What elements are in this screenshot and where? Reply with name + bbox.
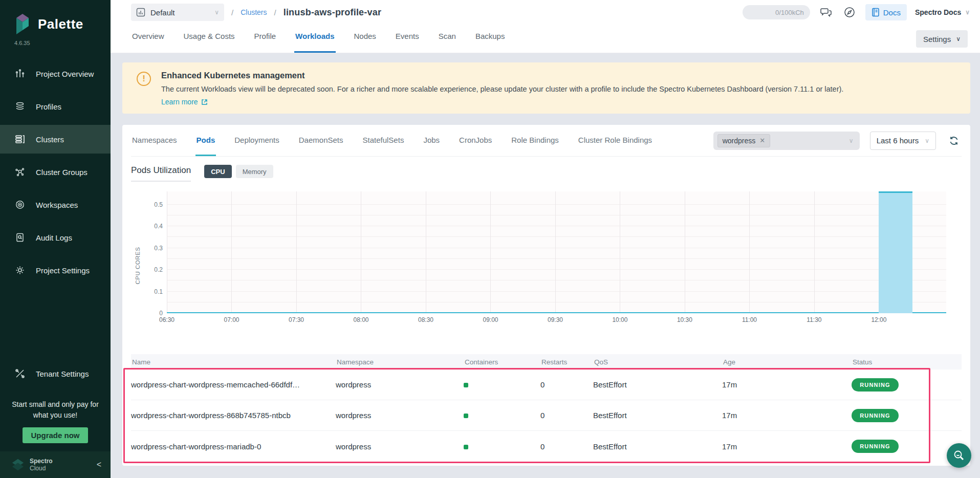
sidebar-item-project-settings[interactable]: Project Settings: [0, 256, 111, 285]
sidebar-item-project-overview[interactable]: Project Overview: [0, 59, 111, 88]
h-gridline: [167, 291, 946, 292]
tools-icon: [14, 368, 26, 379]
table-header-row: NameNamespaceContainersRestartsQoSAgeSta…: [131, 354, 962, 370]
subtab-jobs[interactable]: Jobs: [422, 125, 441, 156]
book-icon: [872, 8, 880, 17]
v-gridline: [231, 191, 232, 313]
sidebar-item-cluster-groups[interactable]: Cluster Groups: [0, 158, 111, 186]
table-row[interactable]: wordpress-chart-wordpress-memcached-66df…: [131, 370, 962, 400]
y-axis-title: CPU CORES: [131, 191, 144, 340]
tab-overview[interactable]: Overview: [131, 25, 165, 53]
sidebar-item-label: Profiles: [36, 102, 61, 111]
v-gridline: [685, 191, 685, 313]
chevron-down-icon: ∨: [849, 137, 854, 144]
subtab-deployments[interactable]: Deployments: [233, 125, 280, 156]
help-search-fab[interactable]: [947, 443, 971, 468]
subtab-daemonsets[interactable]: DaemonSets: [298, 125, 344, 156]
table-rows: wordpress-chart-wordpress-memcached-66df…: [131, 370, 962, 462]
breadcrumb-clusters-link[interactable]: Clusters: [241, 8, 267, 16]
x-tick-label: 10:30: [677, 316, 692, 323]
pods-table: NameNamespaceContainersRestartsQoSAgeSta…: [131, 354, 962, 462]
subtab-cronjobs[interactable]: CronJobs: [458, 125, 493, 156]
breadcrumb-separator: /: [274, 8, 276, 17]
sidebar-item-profiles[interactable]: Profiles: [0, 92, 111, 121]
sidebar-item-tenant-settings[interactable]: Tenant Settings: [0, 359, 111, 388]
subtab-role-bindings[interactable]: Role Bindings: [510, 125, 560, 156]
x-tick-label: 08:00: [353, 316, 368, 323]
sidebar-item-label: Project Settings: [36, 266, 90, 275]
pod-name-cell: wordpress-chart-wordpress-mariadb-0: [131, 442, 336, 451]
status-badge: RUNNING: [852, 440, 899, 453]
settings-button-label: Settings: [923, 35, 951, 44]
chat-icon[interactable]: [818, 5, 834, 20]
sidebar-item-audit-logs[interactable]: Audit Logs: [0, 223, 111, 252]
y-tick-label: 0.3: [154, 245, 163, 252]
subtab-pods[interactable]: Pods: [195, 125, 216, 156]
container-status-square: [464, 414, 468, 418]
cluster-tabbar: OverviewUsage & CostsProfileWorkloadsNod…: [111, 25, 980, 53]
project-selector[interactable]: Default ∨: [131, 4, 224, 21]
y-axis-ticks: 00.10.20.30.40.5: [144, 191, 167, 313]
tab-scan[interactable]: Scan: [438, 25, 457, 53]
table-row[interactable]: wordpress-chart-wordpress-mariadb-0wordp…: [131, 431, 962, 462]
age-cell: 17m: [722, 380, 852, 389]
h-gridline: [167, 280, 946, 280]
namespace-cell: wordpress: [336, 380, 464, 389]
time-range-select[interactable]: Last 6 hours ∨: [870, 132, 936, 150]
chart-baseline: [167, 312, 946, 313]
collapse-sidebar-icon[interactable]: <: [97, 460, 101, 469]
namespace-filter-select[interactable]: wordpress ✕ ∨: [713, 132, 860, 150]
tab-profile[interactable]: Profile: [253, 25, 277, 53]
subtab-namespaces[interactable]: Namespaces: [131, 125, 178, 156]
tab-backups[interactable]: Backups: [474, 25, 506, 53]
x-tick-label: 08:30: [418, 316, 433, 323]
learn-more-link[interactable]: Learn more: [161, 98, 208, 106]
tab-nodes[interactable]: Nodes: [353, 25, 377, 53]
spectro-cloud-brand: SpectroCloud: [30, 458, 92, 472]
v-gridline: [361, 191, 361, 313]
clusters-icon: [14, 134, 26, 145]
y-tick-label: 0.5: [154, 201, 163, 208]
x-tick-label: 07:00: [224, 316, 239, 323]
chevron-down-icon: ∨: [214, 9, 219, 16]
cpu-utilization-chart: CPU CORES 00.10.20.30.40.5 06:3007:0007:…: [131, 191, 962, 340]
restarts-cell: 0: [540, 411, 593, 420]
h-gridline: [167, 302, 946, 302]
chevron-down-icon: ∨: [925, 137, 929, 144]
h-gridline: [167, 204, 946, 205]
docs-button[interactable]: Docs: [865, 4, 907, 20]
containers-cell: [464, 411, 540, 420]
sidebar-item-clusters[interactable]: Clusters: [0, 125, 111, 154]
docs-dropdown[interactable]: Spectro Docs ∨: [915, 8, 970, 16]
tab-workloads[interactable]: Workloads: [294, 25, 335, 53]
chart-plot-area: 06:3007:0007:3008:0008:3009:0009:3010:00…: [167, 191, 946, 313]
banner-body: The current Workloads view will be depre…: [161, 85, 843, 93]
banner-title: Enhanced Kubernetes management: [161, 71, 843, 80]
x-tick-label: 11:30: [807, 316, 821, 323]
qos-cell: BestEffort: [593, 411, 722, 420]
metric-toggle-memory[interactable]: Memory: [236, 165, 273, 178]
age-cell: 17m: [722, 411, 852, 420]
sidebar-item-label: Project Overview: [36, 70, 94, 78]
cpu-spike-area: [879, 191, 912, 313]
upgrade-now-button[interactable]: Upgrade now: [23, 427, 88, 443]
subtab-cluster-role-bindings[interactable]: Cluster Role Bindings: [577, 125, 653, 156]
tab-events[interactable]: Events: [395, 25, 420, 53]
subtab-statefulsets[interactable]: StatefulSets: [362, 125, 405, 156]
status-cell: RUNNING: [852, 378, 962, 392]
pod-name-cell: wordpress-chart-wordpress-868b745785-ntb…: [131, 411, 336, 420]
sidebar-footer: SpectroCloud <: [0, 451, 111, 478]
metric-toggle-cpu[interactable]: CPU: [204, 165, 231, 178]
table-row[interactable]: wordpress-chart-wordpress-868b745785-ntb…: [131, 400, 962, 431]
workloads-panel: NamespacesPodsDeploymentsDaemonSetsState…: [122, 125, 970, 466]
chevron-down-icon: ∨: [956, 35, 961, 42]
refresh-icon[interactable]: [946, 133, 962, 148]
sidebar-item-workspaces[interactable]: Workspaces: [0, 190, 111, 219]
compass-icon[interactable]: [842, 5, 857, 20]
x-tick-label: 12:00: [871, 316, 886, 323]
remove-tag-icon[interactable]: ✕: [759, 137, 765, 144]
containers-cell: [464, 442, 540, 451]
settings-button[interactable]: Settings ∨: [916, 30, 968, 48]
tab-usage-costs[interactable]: Usage & Costs: [183, 25, 236, 53]
network-icon: [14, 166, 26, 178]
